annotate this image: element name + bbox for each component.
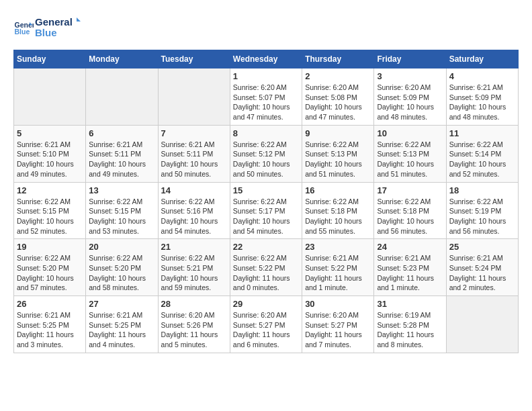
day-cell: 12Sunrise: 6:22 AMSunset: 5:15 PMDayligh… [14, 182, 86, 239]
day-number: 10 [377, 128, 443, 138]
day-info: Sunrise: 6:21 AMSunset: 5:24 PMDaylight:… [449, 253, 515, 293]
day-info: Sunrise: 6:20 AMSunset: 5:27 PMDaylight:… [233, 310, 299, 350]
day-info: Sunrise: 6:21 AMSunset: 5:11 PMDaylight:… [161, 140, 227, 179]
day-cell: 23Sunrise: 6:21 AMSunset: 5:22 PMDayligh… [302, 239, 374, 296]
day-number: 22 [233, 242, 299, 252]
day-info: Sunrise: 6:22 AMSunset: 5:18 PMDaylight:… [377, 197, 443, 236]
svg-text:Blue: Blue [35, 27, 57, 38]
svg-marker-5 [77, 17, 81, 21]
day-cell: 28Sunrise: 6:20 AMSunset: 5:26 PMDayligh… [158, 296, 230, 353]
day-info: Sunrise: 6:20 AMSunset: 5:27 PMDaylight:… [305, 310, 371, 350]
day-number: 26 [17, 299, 83, 309]
week-row-2: 5Sunrise: 6:21 AMSunset: 5:10 PMDaylight… [14, 125, 519, 182]
day-cell: 9Sunrise: 6:22 AMSunset: 5:13 PMDaylight… [302, 125, 374, 182]
day-number: 16 [305, 185, 371, 195]
day-cell: 22Sunrise: 6:22 AMSunset: 5:22 PMDayligh… [230, 239, 302, 296]
day-number: 3 [377, 71, 443, 81]
day-info: Sunrise: 6:20 AMSunset: 5:07 PMDaylight:… [233, 83, 299, 122]
day-number: 19 [17, 242, 83, 252]
day-number: 17 [377, 185, 443, 195]
day-info: Sunrise: 6:22 AMSunset: 5:16 PMDaylight:… [161, 197, 227, 236]
day-info: Sunrise: 6:22 AMSunset: 5:14 PMDaylight:… [449, 140, 515, 179]
day-cell: 8Sunrise: 6:22 AMSunset: 5:12 PMDaylight… [230, 125, 302, 182]
day-cell: 2Sunrise: 6:20 AMSunset: 5:08 PMDaylight… [302, 68, 374, 126]
day-cell: 3Sunrise: 6:20 AMSunset: 5:09 PMDaylight… [374, 68, 446, 126]
day-info: Sunrise: 6:21 AMSunset: 5:23 PMDaylight:… [377, 253, 443, 293]
day-number: 21 [161, 242, 227, 252]
day-cell: 17Sunrise: 6:22 AMSunset: 5:18 PMDayligh… [374, 182, 446, 239]
day-number: 31 [377, 299, 443, 309]
day-info: Sunrise: 6:22 AMSunset: 5:13 PMDaylight:… [377, 140, 443, 179]
day-cell: 20Sunrise: 6:22 AMSunset: 5:20 PMDayligh… [86, 239, 158, 296]
day-cell: 14Sunrise: 6:22 AMSunset: 5:16 PMDayligh… [158, 182, 230, 239]
day-cell: 4Sunrise: 6:21 AMSunset: 5:09 PMDaylight… [446, 68, 518, 126]
col-header-wednesday: Wednesday [230, 50, 302, 68]
day-info: Sunrise: 6:22 AMSunset: 5:13 PMDaylight:… [305, 140, 371, 179]
day-info: Sunrise: 6:22 AMSunset: 5:19 PMDaylight:… [449, 197, 515, 236]
col-header-tuesday: Tuesday [158, 50, 230, 68]
week-row-4: 19Sunrise: 6:22 AMSunset: 5:20 PMDayligh… [14, 239, 519, 296]
day-number: 15 [233, 185, 299, 195]
day-cell: 11Sunrise: 6:22 AMSunset: 5:14 PMDayligh… [446, 125, 518, 182]
col-header-thursday: Thursday [302, 50, 374, 68]
week-row-5: 26Sunrise: 6:21 AMSunset: 5:25 PMDayligh… [14, 296, 519, 353]
day-cell: 31Sunrise: 6:19 AMSunset: 5:28 PMDayligh… [374, 296, 446, 353]
calendar-header-row: SundayMondayTuesdayWednesdayThursdayFrid… [14, 50, 519, 68]
day-info: Sunrise: 6:20 AMSunset: 5:26 PMDaylight:… [161, 310, 227, 350]
day-cell: 1Sunrise: 6:20 AMSunset: 5:07 PMDaylight… [230, 68, 302, 126]
day-cell: 29Sunrise: 6:20 AMSunset: 5:27 PMDayligh… [230, 296, 302, 353]
day-number: 23 [305, 242, 371, 252]
day-cell: 7Sunrise: 6:21 AMSunset: 5:11 PMDaylight… [158, 125, 230, 182]
day-number: 24 [377, 242, 443, 252]
week-row-1: 1Sunrise: 6:20 AMSunset: 5:07 PMDaylight… [14, 68, 519, 126]
logo-icon: General Blue [13, 18, 34, 38]
day-cell: 16Sunrise: 6:22 AMSunset: 5:18 PMDayligh… [302, 182, 374, 239]
day-info: Sunrise: 6:21 AMSunset: 5:11 PMDaylight:… [89, 140, 154, 179]
day-cell: 6Sunrise: 6:21 AMSunset: 5:11 PMDaylight… [86, 125, 158, 182]
day-info: Sunrise: 6:21 AMSunset: 5:09 PMDaylight:… [449, 83, 515, 122]
day-cell [158, 68, 230, 126]
day-cell: 10Sunrise: 6:22 AMSunset: 5:13 PMDayligh… [374, 125, 446, 182]
day-number: 20 [89, 242, 154, 252]
day-info: Sunrise: 6:22 AMSunset: 5:21 PMDaylight:… [161, 253, 227, 293]
day-number: 9 [305, 128, 371, 138]
day-cell: 26Sunrise: 6:21 AMSunset: 5:25 PMDayligh… [14, 296, 86, 353]
day-cell: 18Sunrise: 6:22 AMSunset: 5:19 PMDayligh… [446, 182, 518, 239]
day-number: 30 [305, 299, 371, 309]
day-info: Sunrise: 6:22 AMSunset: 5:22 PMDaylight:… [233, 253, 299, 293]
day-number: 2 [305, 71, 371, 81]
day-number: 13 [89, 185, 154, 195]
col-header-sunday: Sunday [14, 50, 86, 68]
day-number: 11 [449, 128, 515, 138]
day-cell: 13Sunrise: 6:22 AMSunset: 5:15 PMDayligh… [86, 182, 158, 239]
day-number: 12 [17, 185, 83, 195]
col-header-friday: Friday [374, 50, 446, 68]
day-cell: 21Sunrise: 6:22 AMSunset: 5:21 PMDayligh… [158, 239, 230, 296]
day-number: 8 [233, 128, 299, 138]
day-number: 28 [161, 299, 227, 309]
day-number: 18 [449, 185, 515, 195]
day-number: 29 [233, 299, 299, 309]
day-cell: 24Sunrise: 6:21 AMSunset: 5:23 PMDayligh… [374, 239, 446, 296]
day-cell: 5Sunrise: 6:21 AMSunset: 5:10 PMDaylight… [14, 125, 86, 182]
calendar-table: SundayMondayTuesdayWednesdayThursdayFrid… [13, 50, 519, 353]
day-info: Sunrise: 6:22 AMSunset: 5:15 PMDaylight:… [89, 197, 154, 236]
logo: General Blue General Blue [13, 13, 82, 43]
svg-text:General: General [35, 16, 73, 28]
day-info: Sunrise: 6:21 AMSunset: 5:25 PMDaylight:… [89, 310, 154, 350]
day-info: Sunrise: 6:20 AMSunset: 5:09 PMDaylight:… [377, 83, 443, 122]
day-number: 27 [89, 299, 154, 309]
day-cell: 15Sunrise: 6:22 AMSunset: 5:17 PMDayligh… [230, 182, 302, 239]
day-info: Sunrise: 6:22 AMSunset: 5:12 PMDaylight:… [233, 140, 299, 179]
col-header-saturday: Saturday [446, 50, 518, 68]
day-number: 4 [449, 71, 515, 81]
day-cell: 19Sunrise: 6:22 AMSunset: 5:20 PMDayligh… [14, 239, 86, 296]
day-info: Sunrise: 6:21 AMSunset: 5:22 PMDaylight:… [305, 253, 371, 293]
svg-text:Blue: Blue [15, 28, 30, 36]
col-header-monday: Monday [86, 50, 158, 68]
page-header: General Blue General Blue [13, 13, 519, 43]
day-number: 14 [161, 185, 227, 195]
day-number: 1 [233, 71, 299, 81]
day-info: Sunrise: 6:21 AMSunset: 5:10 PMDaylight:… [17, 140, 83, 179]
day-cell: 30Sunrise: 6:20 AMSunset: 5:27 PMDayligh… [302, 296, 374, 353]
